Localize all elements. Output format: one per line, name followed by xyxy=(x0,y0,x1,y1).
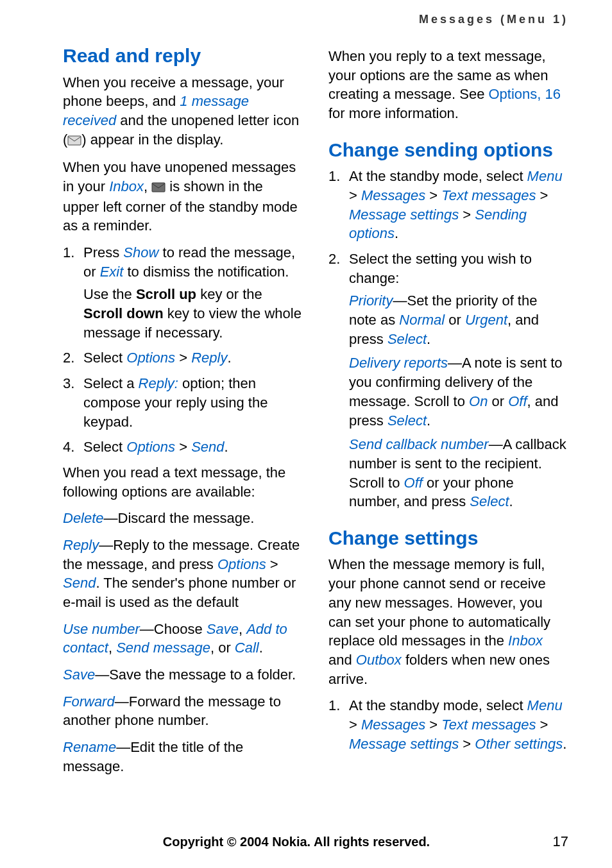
text: > xyxy=(175,439,191,455)
ui-other-settings: Other settings xyxy=(475,736,563,752)
ui-off: Off xyxy=(404,475,423,491)
text: . xyxy=(395,225,398,241)
ui-message-settings: Message settings xyxy=(349,736,459,752)
ui-options: Options xyxy=(126,350,175,366)
ui-show: Show xyxy=(123,244,158,260)
heading-read-and-reply: Read and reply xyxy=(63,43,303,69)
page-footer: Copyright © 2004 Nokia. All rights reser… xyxy=(0,833,612,850)
ui-inbox: Inbox xyxy=(508,633,543,649)
envelope-open-icon xyxy=(67,132,81,151)
cset-step-1: At the standby mode, select Menu > Messa… xyxy=(328,696,568,753)
running-head: Messages (Menu 1) xyxy=(63,13,568,26)
opt-delete: Delete—Discard the message. xyxy=(63,509,303,528)
ui-menu: Menu xyxy=(527,168,563,184)
ui-messages: Messages xyxy=(361,187,425,203)
page-number: 17 xyxy=(530,833,568,850)
text: or xyxy=(445,312,465,328)
page: Messages (Menu 1) Read and reply When yo… xyxy=(0,0,612,868)
ui-options: Options xyxy=(126,439,175,455)
ui-send: Send xyxy=(63,575,96,591)
cs-step-2: Select the setting you wish to change: P… xyxy=(328,250,568,511)
text: or xyxy=(488,393,508,409)
ui-call: Call xyxy=(235,640,259,656)
text: Select the setting you wish to change: xyxy=(349,251,532,286)
text: . xyxy=(427,413,430,429)
text: > xyxy=(349,187,361,203)
para-options-intro: When you read a text message, the follow… xyxy=(63,463,303,501)
para-change-settings: When the message memory is full, your ph… xyxy=(328,555,568,688)
text: . xyxy=(563,736,566,752)
opt-forward: Forward—Forward the message to another p… xyxy=(63,692,303,730)
ui-off: Off xyxy=(508,393,527,409)
ui-select: Select xyxy=(470,493,509,509)
ui-messages: Messages xyxy=(361,717,425,733)
ui-delete: Delete xyxy=(63,510,104,526)
text: —Discard the message. xyxy=(104,510,255,526)
para-reply-options: When you reply to a text message, your o… xyxy=(328,47,568,123)
opt-save: Save—Save the message to a folder. xyxy=(63,665,303,685)
ui-forward: Forward xyxy=(63,694,115,710)
ui-select: Select xyxy=(387,331,427,347)
heading-change-settings: Change settings xyxy=(328,525,568,552)
text: , or xyxy=(210,640,235,656)
opt-rename: Rename—Edit the title of the message. xyxy=(63,738,303,776)
svg-rect-0 xyxy=(68,136,81,145)
text: At the standby mode, select xyxy=(349,697,527,713)
ui-save: Save xyxy=(207,621,239,637)
ui-urgent: Urgent xyxy=(465,312,507,328)
text: for more information. xyxy=(328,105,459,121)
text: > xyxy=(536,717,548,733)
ui-save: Save xyxy=(63,667,95,683)
ui-text-messages: Text messages xyxy=(441,187,536,203)
text: > xyxy=(459,207,475,223)
text: . xyxy=(225,439,228,455)
step-1-sub: Use the Scroll up key or the Scroll down… xyxy=(83,285,303,342)
text: > xyxy=(425,187,441,203)
setting-delivery-reports: Delivery reports—A note is sent to you c… xyxy=(349,353,568,430)
step-1: Press Show to read the message, or Exit … xyxy=(63,243,303,342)
text: Select xyxy=(83,439,126,455)
text: . xyxy=(427,331,430,347)
text: > xyxy=(425,717,441,733)
text: Use the xyxy=(83,286,136,302)
left-column: Read and reply When you receive a messag… xyxy=(63,38,303,784)
content-columns: Read and reply When you receive a messag… xyxy=(63,38,568,784)
text: > xyxy=(266,556,278,572)
ui-send-message: Send message xyxy=(116,640,210,656)
text: . xyxy=(509,493,513,509)
ui-reply: Reply xyxy=(191,350,227,366)
step-2: Select Options > Reply. xyxy=(63,348,303,368)
para-inbox-indicator: When you have unopened messages in your … xyxy=(63,158,303,235)
ui-send-callback-number: Send callback number xyxy=(349,436,489,452)
ui-reply: Reply xyxy=(63,537,99,553)
text: When you receive a message, your phone b… xyxy=(63,74,284,110)
svg-rect-1 xyxy=(152,183,165,192)
ui-outbox: Outbox xyxy=(356,652,402,668)
text: At the standby mode, select xyxy=(349,168,527,184)
text: > xyxy=(175,350,191,366)
link-options-16[interactable]: Options, 16 xyxy=(488,86,561,102)
text: , xyxy=(239,621,246,637)
text: , xyxy=(144,178,151,194)
ui-message-settings: Message settings xyxy=(349,207,459,223)
heading-change-sending-options: Change sending options xyxy=(328,137,568,164)
opt-use-number: Use number—Choose Save, Add to contact, … xyxy=(63,620,303,658)
text: > xyxy=(459,736,475,752)
ui-on: On xyxy=(469,393,488,409)
text: Select xyxy=(83,350,126,366)
text: > xyxy=(349,717,361,733)
right-column: When you reply to a text message, your o… xyxy=(328,38,568,784)
steps-change-settings: At the standby mode, select Menu > Messa… xyxy=(328,696,568,753)
ui-reply-colon: Reply: xyxy=(139,375,178,391)
ui-delivery-reports: Delivery reports xyxy=(349,355,448,371)
key-scroll-up: Scroll up xyxy=(136,286,196,302)
text: —Choose xyxy=(140,621,207,637)
text: . The sender's phone number or e-mail is… xyxy=(63,575,296,610)
ui-rename: Rename xyxy=(63,739,116,755)
ui-send: Send xyxy=(191,439,224,455)
ui-normal: Normal xyxy=(399,312,445,328)
setting-send-callback-number: Send callback number—A callback number i… xyxy=(349,435,568,511)
steps-read-reply: Press Show to read the message, or Exit … xyxy=(63,243,303,457)
text: to dismiss the notification. xyxy=(123,264,289,280)
ui-priority: Priority xyxy=(349,293,393,309)
